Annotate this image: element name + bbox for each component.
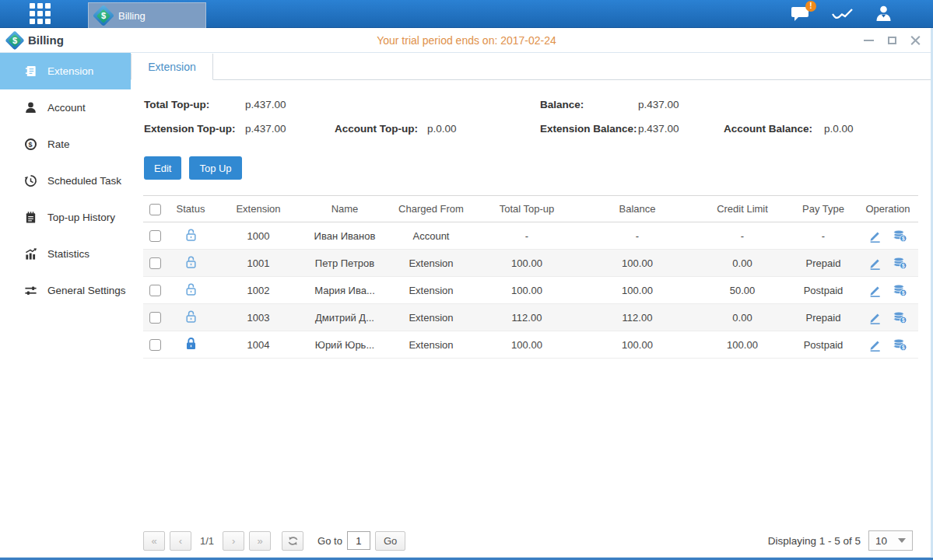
- app-grid-icon[interactable]: [30, 3, 51, 24]
- table-row: 1001 Петр Петров Extension 100.00 100.00…: [143, 250, 918, 277]
- edit-button[interactable]: Edit: [144, 156, 181, 180]
- cell-total-topup: 100.00: [475, 277, 579, 304]
- sidebar-item-scheduled-task[interactable]: Scheduled Task: [0, 163, 131, 199]
- lock-closed-icon: [184, 337, 198, 351]
- maximize-button[interactable]: [886, 35, 897, 46]
- sidebar-label: Extension: [47, 65, 93, 77]
- trial-notice: Your trial period ends on: 2017-02-24: [0, 34, 933, 47]
- sidebar-item-general-settings[interactable]: General Settings: [0, 272, 131, 309]
- top-up-coins-icon[interactable]: $: [893, 311, 907, 324]
- extension-table: Status Extension Name Charged From Total…: [143, 195, 918, 359]
- row-checkbox[interactable]: [149, 312, 161, 324]
- next-page-button[interactable]: ›: [223, 531, 244, 551]
- row-checkbox[interactable]: [149, 257, 161, 269]
- col-charged-from: Charged From: [388, 196, 475, 222]
- sidebar-label: Scheduled Task: [47, 175, 121, 187]
- page-size-select[interactable]: 10: [868, 530, 913, 551]
- general-settings-sliders-icon: [23, 284, 37, 298]
- close-button[interactable]: [910, 35, 921, 46]
- cell-name: Иван Иванов: [302, 222, 388, 250]
- cell-charged-from: Extension: [388, 304, 475, 331]
- billing-window: $ Billing !: [0, 0, 933, 560]
- cell-pay-type: Postpaid: [789, 277, 858, 304]
- sidebar-item-topup-history[interactable]: Top-up History: [0, 199, 131, 236]
- cell-extension: 1004: [215, 331, 302, 359]
- col-operation: Operation: [858, 196, 918, 222]
- top-up-coins-icon[interactable]: $: [893, 229, 907, 243]
- lock-open-icon: [184, 310, 198, 324]
- edit-pencil-icon[interactable]: [868, 229, 882, 243]
- svg-text:$: $: [902, 317, 905, 323]
- goto-page-input[interactable]: [347, 531, 370, 550]
- tab-bar: Extension: [131, 53, 933, 80]
- sidebar-item-extension[interactable]: Extension: [0, 53, 131, 89]
- scheduled-task-clock-icon: [23, 174, 37, 188]
- top-up-coins-icon[interactable]: $: [893, 257, 907, 270]
- cell-total-topup: 100.00: [475, 331, 579, 359]
- sidebar-item-account[interactable]: Account: [0, 89, 131, 126]
- table-row: 1004 Юрий Юрь... Extension 100.00 100.00…: [143, 331, 918, 359]
- col-name: Name: [302, 196, 388, 222]
- cell-charged-from: Extension: [388, 331, 475, 359]
- sidebar-label: Rate: [47, 138, 70, 150]
- col-credit-limit: Credit Limit: [696, 196, 789, 222]
- top-up-button[interactable]: Top Up: [189, 156, 241, 180]
- top-up-coins-icon[interactable]: $: [893, 284, 907, 297]
- row-checkbox[interactable]: [149, 230, 161, 242]
- svg-text:$: $: [902, 235, 905, 241]
- cell-balance: 112.00: [579, 304, 696, 331]
- last-page-button[interactable]: »: [249, 531, 271, 551]
- cell-balance: 100.00: [579, 250, 696, 277]
- cell-charged-from: Account: [388, 222, 475, 250]
- edit-pencil-icon[interactable]: [868, 311, 882, 324]
- account-topup-label: Account Top-up:: [335, 123, 427, 135]
- col-pay-type: Pay Type: [789, 196, 858, 222]
- page-indicator: 1/1: [200, 535, 214, 547]
- cell-name: Дмитрий Д...: [302, 304, 388, 331]
- window-bottom-edge: [0, 557, 933, 560]
- refresh-button[interactable]: [282, 531, 303, 551]
- topup-history-notebook-icon: [23, 211, 37, 225]
- table-header-row: Status Extension Name Charged From Total…: [143, 196, 918, 222]
- cell-charged-from: Extension: [388, 250, 475, 277]
- account-topup-value: p.0.00: [427, 123, 457, 135]
- minimize-button[interactable]: [863, 35, 874, 46]
- edit-pencil-icon[interactable]: [868, 338, 882, 352]
- summary-panel: Total Top-up: p.437.00 Extension Top-up:…: [144, 99, 921, 147]
- user-account-icon[interactable]: [875, 5, 893, 22]
- cell-total-topup: 100.00: [475, 250, 579, 277]
- extension-ledger-icon: [23, 65, 37, 79]
- main-content: Extension Total Top-up: p.437.00 Extensi…: [131, 53, 933, 557]
- sidebar-label: Statistics: [47, 248, 89, 260]
- pagination-bar: « ‹ 1/1 › » Go to Go Displaying: [143, 530, 913, 551]
- taskbar-billing-tab[interactable]: $ Billing: [88, 2, 206, 28]
- chevron-down-icon: [898, 538, 906, 543]
- cell-balance: -: [579, 222, 696, 250]
- edit-pencil-icon[interactable]: [868, 257, 882, 270]
- statistics-chart-icon[interactable]: [832, 6, 853, 22]
- row-checkbox[interactable]: [149, 285, 161, 296]
- go-button[interactable]: Go: [375, 531, 405, 551]
- tab-extension[interactable]: Extension: [131, 54, 213, 80]
- sidebar-item-statistics[interactable]: Statistics: [0, 236, 131, 272]
- account-balance-value: p.0.00: [824, 123, 854, 135]
- top-up-coins-icon[interactable]: $: [893, 338, 907, 352]
- row-checkbox[interactable]: [149, 339, 161, 351]
- notifications-chat-icon[interactable]: !: [791, 5, 810, 23]
- col-total-topup: Total Top-up: [475, 196, 579, 222]
- table-row: 1002 Мария Ива... Extension 100.00 100.0…: [143, 277, 918, 304]
- first-page-button[interactable]: «: [143, 531, 165, 551]
- extension-balance-value: p.437.00: [638, 123, 724, 135]
- cell-name: Мария Ива...: [302, 277, 388, 304]
- edit-pencil-icon[interactable]: [868, 284, 882, 297]
- sidebar-item-rate[interactable]: $ Rate: [0, 126, 131, 163]
- cell-credit-limit: -: [696, 222, 789, 250]
- cell-total-topup: -: [475, 222, 579, 250]
- cell-credit-limit: 0.00: [696, 304, 789, 331]
- cell-name: Петр Петров: [302, 250, 388, 277]
- total-topup-label: Total Top-up:: [144, 99, 245, 110]
- select-all-checkbox[interactable]: [149, 204, 161, 215]
- taskbar: $ Billing !: [0, 0, 933, 28]
- prev-page-button[interactable]: ‹: [170, 531, 191, 551]
- extension-table-body: 1000 Иван Иванов Account - - - -: [143, 222, 918, 359]
